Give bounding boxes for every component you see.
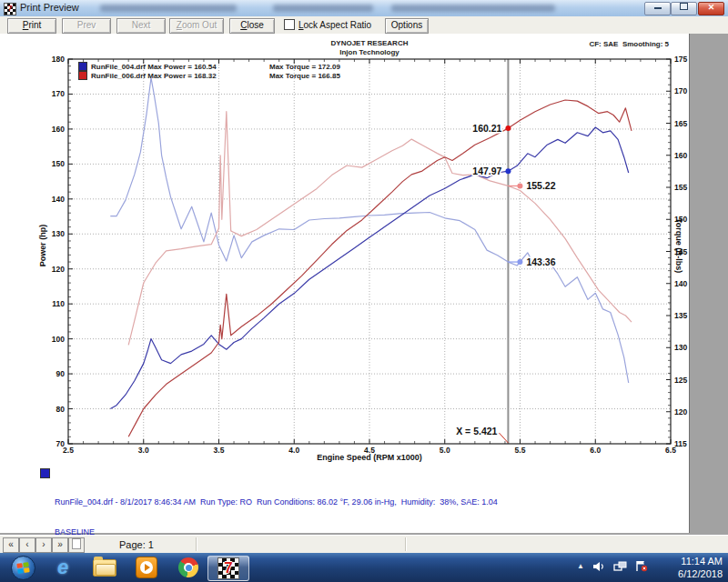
prev-page-button[interactable]: ‹ — [19, 537, 35, 553]
legend-row-run004: RunFile_004.drf Max Power = 160.54 Max T… — [78, 62, 340, 71]
tray-expand-icon[interactable]: ▲ — [577, 562, 584, 570]
next-page-button[interactable]: › — [35, 537, 52, 553]
volume-icon[interactable] — [592, 561, 605, 572]
chart-legend: RunFile_004.drf Max Power = 160.54 Max T… — [78, 62, 340, 80]
svg-text:115: 115 — [674, 439, 687, 448]
chrome-icon — [178, 557, 198, 577]
legend-text: Max Torque = 172.09 — [269, 63, 340, 71]
svg-text:143.36: 143.36 — [526, 256, 555, 267]
preview-area: DYNOJET RESEARCH Injon Technology CF: SA… — [0, 34, 728, 535]
pager-bar: « ‹ › » Page: 1 — [0, 535, 728, 554]
folder-icon — [93, 559, 116, 577]
minimize-button[interactable] — [644, 2, 671, 15]
first-page-button[interactable]: « — [3, 537, 19, 553]
prev-button[interactable]: Prev — [62, 18, 111, 34]
lock-aspect-ratio-checkbox[interactable] — [284, 19, 295, 30]
restore-icon — [680, 3, 688, 10]
clock-date: 6/12/2018 — [678, 567, 723, 580]
taskbar-item-chrome[interactable] — [173, 556, 204, 579]
right-axis-title: Torque (ft-lbs) — [674, 191, 683, 300]
legend-swatch-run004 — [78, 62, 87, 71]
clock-time: 11:14 AM — [678, 555, 723, 567]
zoom-out-button[interactable]: Zoom Out — [169, 18, 224, 34]
start-button[interactable] — [7, 556, 38, 579]
close-window-button[interactable]: ✕ — [698, 2, 724, 15]
last-page-button[interactable]: » — [52, 537, 68, 553]
toolbar: Print Prev Next Zoom Out Close Lock Aspe… — [0, 16, 728, 35]
legend-text: RunFile_006.drf Max Power = 168.32 — [91, 72, 269, 80]
page-icon — [72, 538, 81, 549]
svg-text:175: 175 — [674, 55, 687, 64]
svg-text:160: 160 — [674, 151, 687, 160]
svg-text:180: 180 — [52, 55, 65, 64]
x-axis-title: Engine Speed (RPM x1000) — [68, 453, 671, 462]
svg-text:170: 170 — [674, 86, 687, 95]
legend-text: RunFile_004.drf Max Power = 160.54 — [91, 63, 269, 71]
svg-text:140: 140 — [52, 195, 65, 204]
winpep-icon: 7 — [217, 557, 239, 579]
redacted-title-text — [391, 5, 555, 12]
lock-aspect-ratio-label: Lock Aspect Ratio — [298, 19, 371, 31]
svg-text:160: 160 — [52, 125, 65, 134]
taskbar-item-media-player[interactable] — [131, 556, 162, 579]
taskbar-item-file-explorer[interactable] — [89, 556, 120, 579]
lock-aspect-ratio-option: Lock Aspect Ratio — [284, 19, 371, 32]
legend-swatch-run006 — [78, 71, 87, 80]
svg-text:147.97: 147.97 — [472, 166, 501, 176]
svg-text:70: 70 — [56, 439, 66, 448]
svg-text:125: 125 — [674, 376, 687, 385]
svg-text:170: 170 — [52, 89, 65, 98]
run-details: RunFile_004.drf - 8/1/2017 8:46:34 AM Ru… — [55, 497, 502, 507]
media-player-icon — [136, 557, 157, 578]
windows-logo-icon — [11, 556, 35, 580]
redacted-title-text — [100, 5, 237, 12]
svg-text:110: 110 — [52, 299, 65, 308]
statusbar-divider — [196, 537, 197, 551]
svg-text:X = 5.421: X = 5.421 — [456, 426, 497, 436]
taskbar-item-internet-explorer[interactable]: e — [47, 556, 78, 579]
legend-row-run006: RunFile_006.drf Max Power = 168.32 Max T… — [78, 71, 340, 80]
svg-text:90: 90 — [56, 369, 66, 378]
page-number-label: Page: 1 — [82, 539, 191, 550]
svg-text:165: 165 — [674, 119, 687, 128]
restore-button[interactable] — [671, 2, 697, 15]
svg-text:130: 130 — [674, 343, 687, 352]
remote-display-icon[interactable] — [613, 561, 627, 572]
taskbar-item-winpep-active[interactable]: 7 — [207, 556, 249, 581]
redacted-title-text — [273, 5, 373, 12]
svg-text:80: 80 — [56, 405, 66, 414]
options-button[interactable]: Options — [385, 18, 429, 34]
svg-text:120: 120 — [674, 407, 687, 416]
print-button[interactable]: Print — [7, 18, 56, 34]
svg-text:100: 100 — [52, 335, 65, 344]
minimize-icon — [654, 7, 662, 9]
close-preview-button[interactable]: Close — [229, 18, 275, 34]
system-tray: ▲ — [577, 560, 648, 572]
internet-explorer-icon: e — [57, 556, 68, 579]
legend-text: Max Torque = 166.85 — [269, 72, 340, 80]
app-icon: 7 — [4, 3, 16, 15]
taskbar-clock[interactable]: 11:14 AM 6/12/2018 — [678, 555, 723, 580]
action-center-flag-icon[interactable] — [635, 560, 648, 572]
close-icon: ✕ — [708, 3, 715, 12]
svg-text:155.22: 155.22 — [526, 180, 555, 191]
taskbar: e 7 ▲ 11:14 AM 6/12/2018 — [0, 553, 728, 582]
left-axis-title: Power (hp) — [38, 191, 47, 300]
svg-text:150: 150 — [52, 159, 65, 168]
titlebar: 7 Print Preview ✕ — [0, 0, 728, 17]
svg-text:135: 135 — [674, 311, 687, 320]
next-button[interactable]: Next — [116, 18, 166, 34]
svg-text:120: 120 — [52, 265, 65, 274]
run-swatch-run004 — [40, 468, 50, 478]
report-page: DYNOJET RESEARCH Injon Technology CF: SA… — [0, 34, 690, 533]
statusbar-divider — [405, 537, 406, 551]
print-preview-window: 7 Print Preview ✕ Print Prev Next Zoom O… — [0, 0, 728, 582]
svg-text:160.21: 160.21 — [472, 123, 501, 134]
window-title: Print Preview — [20, 2, 79, 13]
svg-text:130: 130 — [52, 229, 65, 238]
